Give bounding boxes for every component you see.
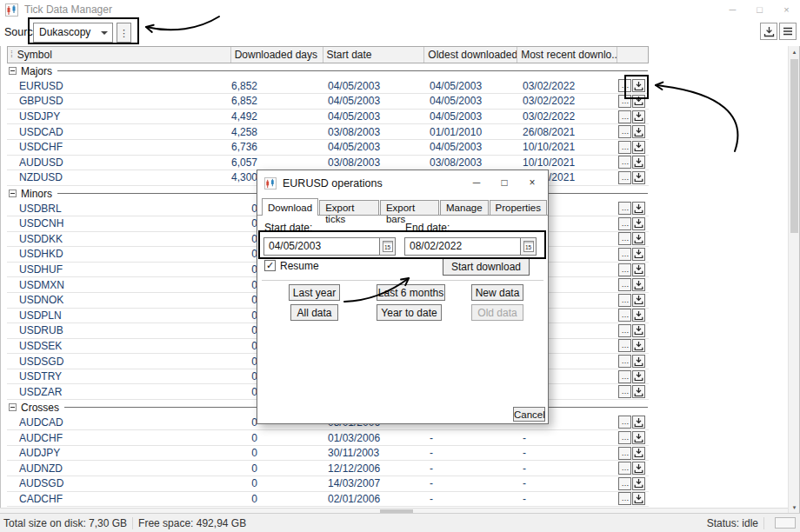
- row-options-button[interactable]: …: [618, 431, 631, 444]
- row-download-button[interactable]: [632, 370, 645, 383]
- last-year-button[interactable]: Last year: [289, 284, 340, 301]
- row-download-button[interactable]: [632, 462, 645, 475]
- row-download-button[interactable]: [632, 95, 645, 108]
- table-row[interactable]: AUDCHF 0 01/03/2006 - - …: [7, 430, 649, 446]
- start-date-calendar-button[interactable]: 15: [379, 238, 395, 255]
- table-row[interactable]: AUDNZD 0 12/12/2006 - - …: [7, 461, 649, 476]
- row-options-button[interactable]: …: [618, 447, 631, 460]
- row-options-button[interactable]: …: [618, 462, 631, 475]
- source-select[interactable]: Dukascopy: [33, 23, 113, 43]
- start-download-button[interactable]: Start download: [443, 258, 530, 276]
- row-download-button[interactable]: [632, 248, 645, 261]
- dialog-close-button[interactable]: ×: [518, 172, 546, 193]
- new-data-button[interactable]: New data: [471, 284, 523, 301]
- row-download-button[interactable]: [632, 141, 645, 154]
- row-options-button[interactable]: …: [618, 294, 631, 307]
- close-button[interactable]: ×: [773, 0, 800, 18]
- row-download-button[interactable]: [632, 431, 645, 444]
- row-download-button[interactable]: [632, 263, 645, 276]
- column-header-symbol[interactable]: ⁞ Symbol: [8, 47, 231, 63]
- row-options-button[interactable]: …: [618, 385, 631, 398]
- collapse-icon[interactable]: [9, 190, 17, 197]
- row-options-button[interactable]: …: [618, 110, 631, 123]
- row-options-button[interactable]: …: [618, 171, 631, 184]
- row-options-button[interactable]: …: [618, 248, 631, 261]
- source-options-button[interactable]: ⋮: [117, 23, 131, 43]
- start-date-input[interactable]: 04/05/2003 15: [263, 237, 396, 256]
- dialog-maximize-button[interactable]: □: [490, 172, 518, 193]
- tab-download[interactable]: Download: [262, 198, 318, 216]
- collapse-icon[interactable]: [9, 403, 17, 411]
- row-download-button[interactable]: [632, 202, 645, 215]
- minimize-button[interactable]: ─: [719, 0, 746, 18]
- row-download-button[interactable]: [632, 385, 645, 398]
- row-options-button[interactable]: …: [618, 477, 631, 490]
- year-to-date-button[interactable]: Year to date: [377, 304, 442, 321]
- group-row[interactable]: Majors: [7, 63, 649, 79]
- row-download-button[interactable]: [632, 110, 645, 123]
- row-download-button[interactable]: [632, 309, 645, 322]
- table-row[interactable]: CADCHF 0 02/01/2006 - - …: [7, 492, 649, 508]
- row-options-button[interactable]: …: [618, 141, 631, 154]
- row-download-button[interactable]: [632, 324, 645, 337]
- column-header-start-date[interactable]: Start date: [323, 47, 425, 63]
- column-header-oldest-downloaded[interactable]: Oldest downloaded: [424, 47, 517, 63]
- resume-checkbox[interactable]: ✓: [264, 260, 276, 271]
- table-row[interactable]: EURUSD 6,852 04/05/2003 04/05/2003 03/02…: [7, 79, 649, 95]
- table-row[interactable]: USDJPY 4,492 04/05/2003 04/05/2003 03/02…: [7, 110, 649, 125]
- row-download-button[interactable]: [632, 447, 645, 460]
- dialog-minimize-button[interactable]: ─: [463, 172, 490, 193]
- row-options-button[interactable]: …: [618, 355, 631, 368]
- row-options-button[interactable]: …: [618, 95, 631, 108]
- import-data-button[interactable]: [760, 23, 777, 40]
- table-row[interactable]: AUDSGD 0 14/03/2007 - - …: [7, 476, 649, 492]
- vertical-scrollbar-thumb[interactable]: [790, 59, 798, 233]
- all-data-button[interactable]: All data: [290, 304, 338, 321]
- row-options-button[interactable]: …: [618, 339, 631, 352]
- table-row[interactable]: USDCHF 6,736 04/05/2003 04/05/2003 10/10…: [7, 140, 649, 156]
- row-options-button[interactable]: …: [618, 278, 631, 291]
- table-row[interactable]: GBPUSD 6,852 04/05/2003 04/05/2003 03/02…: [7, 94, 649, 110]
- tab-export-ticks[interactable]: Export ticks: [319, 200, 379, 215]
- row-options-button[interactable]: …: [618, 125, 631, 138]
- symbol-list-button[interactable]: [779, 23, 797, 40]
- tab-export-bars[interactable]: Export bars: [380, 200, 439, 215]
- column-header-most-recent[interactable]: Most recent downlo...: [517, 47, 617, 63]
- row-download-button[interactable]: [632, 278, 645, 291]
- row-download-button[interactable]: [632, 294, 645, 307]
- row-options-button[interactable]: …: [618, 263, 631, 276]
- last-6-months-button[interactable]: Last 6 months: [377, 284, 445, 301]
- column-header-downloaded-days[interactable]: Downloaded days: [231, 47, 323, 63]
- table-row[interactable]: AUDJPY 0 30/11/2003 - - …: [7, 446, 649, 462]
- row-download-button[interactable]: [632, 355, 645, 368]
- row-options-button[interactable]: …: [618, 492, 631, 505]
- row-options-button[interactable]: …: [618, 324, 631, 337]
- row-options-button[interactable]: …: [618, 156, 631, 169]
- collapse-icon[interactable]: [9, 67, 17, 75]
- row-download-button[interactable]: [632, 339, 645, 352]
- row-download-button[interactable]: [632, 492, 645, 505]
- table-row[interactable]: AUDUSD 6,057 03/08/2003 03/08/2003 10/10…: [7, 156, 649, 171]
- row-options-button[interactable]: …: [618, 309, 631, 322]
- row-options-button[interactable]: …: [618, 416, 631, 429]
- row-download-button[interactable]: [632, 171, 645, 184]
- row-download-button[interactable]: [632, 416, 645, 429]
- vertical-scrollbar[interactable]: ▴ ▾: [788, 46, 799, 513]
- maximize-button[interactable]: □: [746, 0, 773, 18]
- tab-properties[interactable]: Properties: [490, 200, 547, 215]
- row-download-button[interactable]: [632, 156, 645, 169]
- scroll-up-icon[interactable]: ▴: [789, 46, 800, 57]
- row-download-button[interactable]: [632, 217, 645, 230]
- row-options-button[interactable]: …: [618, 217, 631, 230]
- row-download-button[interactable]: [632, 477, 645, 490]
- cancel-button[interactable]: Cancel: [513, 407, 545, 422]
- table-row[interactable]: USDCAD 4,258 03/08/2003 01/01/2010 26/08…: [7, 124, 649, 140]
- scroll-down-icon[interactable]: ▾: [789, 502, 800, 513]
- end-date-input[interactable]: 08/02/2022 15: [404, 237, 537, 256]
- row-download-button[interactable]: [632, 232, 645, 245]
- row-options-button[interactable]: …: [618, 79, 631, 92]
- row-options-button[interactable]: …: [618, 370, 631, 383]
- row-download-button[interactable]: [632, 125, 645, 138]
- end-date-calendar-button[interactable]: 15: [520, 238, 536, 255]
- tab-manage[interactable]: Manage: [440, 200, 489, 215]
